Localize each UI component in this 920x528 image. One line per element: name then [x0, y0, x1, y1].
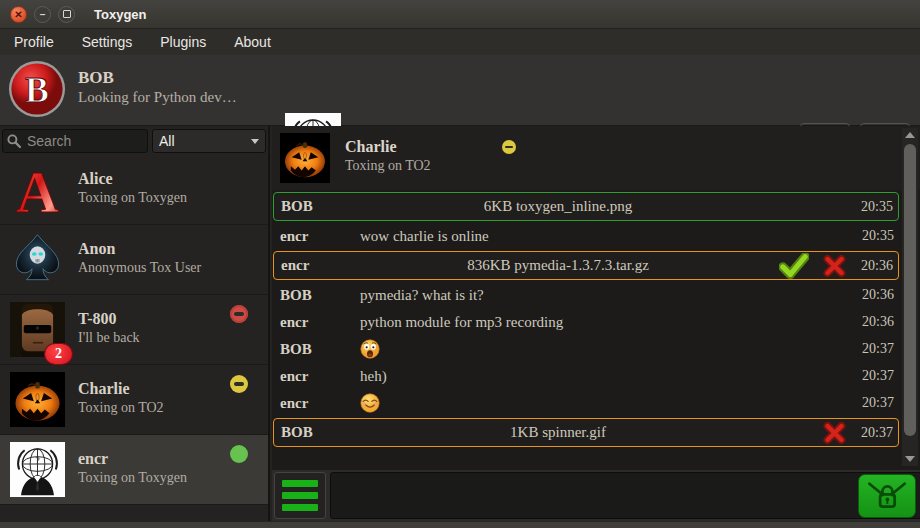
send-message-button[interactable] [858, 474, 916, 518]
message-time: 20:37 [848, 341, 894, 357]
contact-row-t-800[interactable]: T-800 I'll be back 2 [0, 295, 268, 365]
contact-status-message: Toxing on Toxygen [78, 469, 187, 487]
emoji-smiling-face [360, 393, 848, 413]
message-row: encrpython module for mp3 recording20:36 [273, 309, 899, 335]
message-list: BOB6KB toxygen_inline.png20:35encrwow ch… [272, 190, 900, 449]
message-time: 20:37 [847, 425, 893, 441]
message-sender: BOB [281, 424, 361, 441]
file-transfer-label: 1KB spinner.gif [361, 424, 755, 441]
chat-scrollbar [902, 128, 918, 466]
message-sender: encr [280, 395, 360, 412]
contact-row-alice[interactable]: A Alice Toxing on Toxygen [0, 155, 268, 225]
search-icon [6, 133, 22, 149]
contact-avatar [10, 232, 65, 287]
emoji-scared-face [360, 339, 848, 359]
decline-file-button[interactable] [822, 254, 847, 278]
chevron-down-icon [251, 139, 259, 144]
filter-dropdown[interactable]: All [152, 129, 266, 153]
decline-file-button[interactable] [822, 421, 847, 445]
contact-avatar: A [10, 162, 65, 217]
message-sender: encr [280, 314, 360, 331]
file-transfer-label: 836KB pymedia-1.3.7.3.tar.gz [361, 257, 755, 274]
contact-name: encr [78, 449, 187, 469]
chat-area: Charlie Toxing on TO2 BOB6KB toxygen_inl… [272, 126, 920, 470]
banner-avatar [280, 133, 330, 183]
header: B BOB Looking for Python dev… ? encr Tox… [0, 55, 920, 126]
search-input[interactable] [2, 129, 148, 153]
window-title: Toxygen [94, 7, 147, 22]
file-transfer-label: 6KB toxygen_inline.png [361, 198, 755, 215]
message-sender: encr [280, 368, 360, 385]
file-transfer-row: encr836KB pymedia-1.3.7.3.tar.gz 20:36 [273, 251, 899, 280]
contact-status-message: Anonymous Tox User [78, 259, 201, 277]
accept-file-button[interactable] [779, 253, 809, 279]
message-time: 20:37 [848, 395, 894, 411]
message-text: heh) [360, 368, 848, 385]
contact-name: T-800 [78, 309, 140, 329]
status-icon-away [230, 375, 248, 393]
scroll-up-arrow[interactable] [902, 128, 918, 142]
contacts-sidebar: All A Alice Toxing on Toxygen Anon Anony… [0, 126, 270, 521]
message-row: encrwow charlie is online20:35 [273, 223, 899, 249]
message-text: python module for mp3 recording [360, 314, 848, 331]
self-avatar[interactable]: B [8, 60, 66, 118]
message-text: pymedia? what is it? [360, 287, 848, 304]
chat-contact-banner: Charlie Toxing on TO2 [272, 126, 920, 190]
svg-text:B: B [25, 70, 49, 110]
file-transfer-row: BOB1KB spinner.gif 20:37 [273, 418, 899, 447]
contact-avatar: ? [10, 442, 65, 497]
menu-about[interactable]: About [220, 34, 285, 50]
contact-status-message: Toxing on Toxygen [78, 189, 187, 207]
contact-status-message: I'll be back [78, 329, 140, 347]
status-icon-busy [230, 305, 248, 323]
message-row: encr 20:37 [273, 390, 899, 416]
message-row: BOBpymedia? what is it?20:36 [273, 282, 899, 308]
banner-away-status-icon [502, 140, 516, 154]
message-time: 20:36 [848, 314, 894, 330]
self-name: BOB [78, 68, 237, 88]
contact-list: A Alice Toxing on Toxygen Anon Anonymous… [0, 155, 268, 505]
send-encrypted-lock-icon [864, 478, 910, 514]
status-icon-online [230, 445, 248, 463]
filter-dropdown-value: All [159, 133, 175, 149]
message-text: wow charlie is online [360, 228, 848, 245]
file-transfer-row: BOB6KB toxygen_inline.png20:35 [273, 192, 899, 221]
minimize-window-button[interactable]: – [34, 6, 51, 23]
message-sender: BOB [280, 287, 360, 304]
close-window-button[interactable]: ✕ [10, 6, 27, 23]
chat-menu-button[interactable] [274, 472, 326, 519]
message-time: 20:36 [848, 287, 894, 303]
banner-status-message: Toxing on TO2 [345, 157, 431, 175]
contact-row-anon[interactable]: Anon Anonymous Tox User [0, 225, 268, 295]
message-row: encrheh)20:37 [273, 363, 899, 389]
toxygen-window: ✕ – Toxygen Profile Settings Plugins Abo… [0, 0, 920, 528]
maximize-window-button[interactable] [58, 6, 75, 23]
menu-profile[interactable]: Profile [0, 34, 68, 50]
contact-status-message: Toxing on TO2 [78, 399, 164, 417]
contact-row-encr[interactable]: ? encr Toxing on Toxygen [0, 435, 268, 505]
contact-name: Charlie [78, 379, 164, 399]
scroll-down-arrow[interactable] [902, 452, 918, 466]
message-time: 20:35 [848, 228, 894, 244]
contact-row-charlie[interactable]: Charlie Toxing on TO2 [0, 365, 268, 435]
svg-text:?: ? [35, 455, 40, 466]
hamburger-menu-icon [282, 480, 318, 511]
composer-bar [272, 470, 920, 521]
message-input[interactable] [330, 472, 920, 519]
contact-name: Anon [78, 239, 201, 259]
self-status-message: Looking for Python dev… [78, 88, 237, 107]
scrollbar-thumb[interactable] [904, 144, 916, 436]
contact-avatar [10, 372, 65, 427]
message-sender: BOB [280, 341, 360, 358]
message-time: 20:35 [847, 199, 893, 215]
message-row: BOB 20:37 [273, 336, 899, 362]
message-sender: encr [280, 228, 360, 245]
menu-settings[interactable]: Settings [68, 34, 147, 50]
svg-text:A: A [16, 162, 58, 217]
message-sender: encr [281, 257, 361, 274]
contact-name: Alice [78, 169, 187, 189]
message-time: 20:36 [847, 258, 893, 274]
menu-bar: Profile Settings Plugins About [0, 29, 920, 55]
title-bar: ✕ – Toxygen [0, 0, 920, 29]
menu-plugins[interactable]: Plugins [146, 34, 220, 50]
